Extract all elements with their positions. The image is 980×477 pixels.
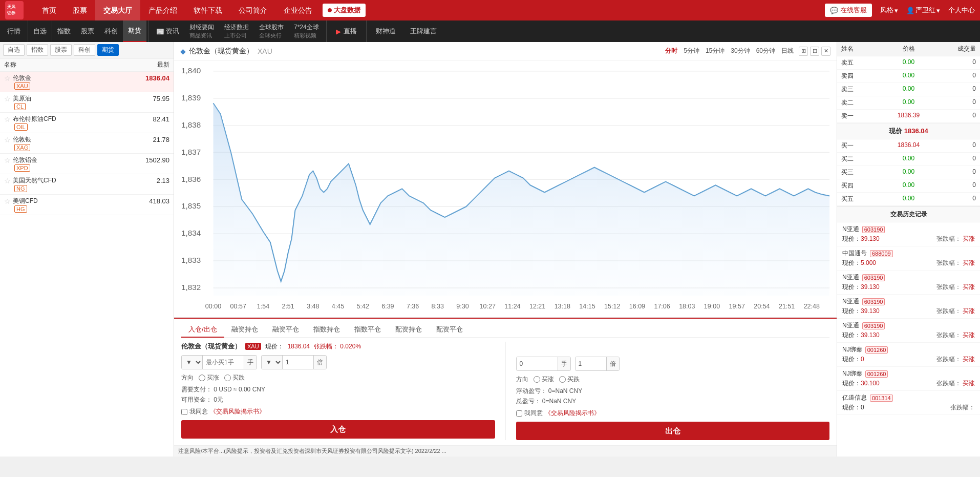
exit-button[interactable]: 出仓	[516, 422, 830, 440]
sidebar-item-oil[interactable]: ☆ 布伦特原油CFD 82.41 OIL	[0, 113, 174, 133]
user-button[interactable]: 👤 严卫红 ▾	[906, 6, 940, 15]
item-name-oil: 布伦特原油CFD	[13, 115, 56, 123]
history-item-1[interactable]: 中国通号 688009 现价：5.000 张跌幅： 买涨	[837, 246, 980, 271]
multiplier-input-right[interactable]	[576, 357, 606, 371]
tab-live[interactable]: ▶ 直播	[329, 20, 364, 42]
qty-select-left[interactable]: ▼	[182, 355, 203, 369]
tab-global-724[interactable]: 7*24全球 精彩视频	[289, 20, 324, 42]
tab-finance-news[interactable]: 财经要闻 商品资讯	[184, 20, 219, 42]
tab-quotes[interactable]: 行情	[0, 20, 28, 42]
qty-input-right[interactable]	[517, 357, 558, 371]
ob-sell5-price: 0.00	[886, 58, 931, 67]
bottom-tab-index-close[interactable]: 指数平仓	[347, 323, 388, 337]
history-section: 交易历史记录 N亚通 603190 现价：39.130 张跌幅： 买涨 中国通	[837, 206, 980, 415]
sidebar-item-ng[interactable]: ☆ 美国天然气CFD 2.13 NG	[0, 174, 174, 195]
tab-global-stocks[interactable]: 全球股市 全球央行	[254, 20, 289, 42]
tab-news[interactable]: 📰 资讯	[151, 20, 184, 42]
buy-radio-left[interactable]: 买涨	[199, 374, 219, 382]
nav-item-home[interactable]: 首页	[34, 0, 65, 20]
svg-text:22:48: 22:48	[804, 303, 820, 310]
available-label-left: 可用资金：	[181, 396, 212, 403]
multiplier-input-left[interactable]	[283, 355, 313, 369]
tab-watchlist[interactable]: 自选	[28, 20, 52, 42]
agree-link-right[interactable]: 《交易风险揭示书》	[545, 409, 600, 418]
agree-checkbox-left[interactable]	[181, 409, 187, 415]
multiplier-select-left[interactable]: ▼	[262, 355, 283, 369]
logo[interactable]: 天风 证券	[5, 1, 24, 19]
nav-item-products[interactable]: 产品介绍	[140, 0, 185, 20]
item-price-cl: 75.95	[153, 95, 169, 102]
history-item-4[interactable]: N亚通 603190 现价：39.130 张跌幅： 买涨	[837, 319, 980, 343]
tab-futures[interactable]: 期货	[123, 20, 146, 42]
chart-tab-daily[interactable]: 日线	[781, 47, 794, 55]
chart-tab-30min[interactable]: 30分钟	[731, 47, 750, 55]
tab-index[interactable]: 指数	[52, 20, 76, 42]
bottom-tab-alloc-close[interactable]: 配资平仓	[429, 323, 470, 337]
total-pnl-right: 总盈亏： 0=NaN CNY	[516, 397, 830, 406]
nav-item-company[interactable]: 公司简介	[230, 0, 275, 20]
h2-change: 张跌幅： 买涨	[936, 283, 975, 292]
ob-buy1-price: 1836.04	[886, 141, 931, 150]
ob-col-name: 姓名	[837, 42, 885, 56]
sidebar-own-btn[interactable]: 自选	[3, 44, 25, 56]
account-button[interactable]: 个人中心	[948, 6, 975, 15]
sidebar-item-xpd[interactable]: ☆ 伦敦铝金 1502.90 XPD	[0, 154, 174, 174]
history-item-5[interactable]: NJ绑秦 001260 现价：0 张跌幅： 买涨	[837, 343, 980, 367]
history-item-3[interactable]: N亚通 603190 现价：39.130 张跌幅： 买涨	[837, 295, 980, 319]
ticker-bar: 注意风险/本平台...(风险提示，投资者及汇兑投资者深圳市天风证券投资有限公司风…	[174, 445, 837, 457]
nav-item-trading[interactable]: 交易大厅	[95, 0, 140, 20]
sidebar-item-xag[interactable]: ☆ 伦敦银 21.78 XAG	[0, 133, 174, 154]
badge-button[interactable]: 大盘数据	[323, 4, 366, 17]
sell-radio-right[interactable]: 买跌	[559, 375, 580, 384]
svg-text:1,834: 1,834	[181, 229, 201, 237]
nav-item-stocks[interactable]: 股票	[65, 0, 95, 20]
tab-724-top: 7*24全球	[294, 24, 319, 32]
sidebar-index-btn[interactable]: 指数	[27, 44, 48, 56]
chart-tab-60min[interactable]: 60分钟	[756, 47, 775, 55]
sidebar-item-cl[interactable]: ☆ 美原油 75.95 CL	[0, 92, 174, 113]
style-button[interactable]: 风格 ▾	[880, 6, 898, 15]
expand-icon[interactable]: ⊞	[799, 47, 808, 56]
bottom-tab-margin-hold[interactable]: 融资持仓	[224, 323, 265, 337]
tab-star-market[interactable]: 科创	[99, 20, 123, 42]
nav-item-software[interactable]: 软件下载	[185, 0, 230, 20]
nav-item-notice[interactable]: 企业公告	[275, 0, 321, 20]
history-item-0[interactable]: N亚通 603190 现价：39.130 张跌幅： 买涨	[837, 222, 980, 246]
bottom-tab-margin-close[interactable]: 融资平仓	[265, 323, 306, 337]
chart-tab-fenshi[interactable]: 分时	[665, 47, 677, 55]
agree-checkbox-right[interactable]	[516, 410, 522, 417]
direction-row-left: 方向 买涨 买跌	[181, 374, 495, 382]
tab-econ-top: 经济数据	[224, 24, 249, 32]
close-chart-icon[interactable]: ✕	[821, 47, 830, 56]
agree-link-left[interactable]: 《交易风险揭示书》	[210, 407, 265, 416]
sidebar-star-btn[interactable]: 科创	[74, 44, 95, 56]
qty-input-left[interactable]	[203, 355, 244, 369]
sidebar-futures-btn[interactable]: 期货	[97, 44, 119, 56]
svg-text:4:45: 4:45	[332, 303, 344, 310]
history-item-2[interactable]: N亚通 603190 现价：39.130 张跌幅： 买涨	[837, 271, 980, 295]
sidebar-stocks-btn[interactable]: 股票	[50, 44, 72, 56]
sidebar-item-xau[interactable]: ☆ 伦敦金 1836.04 XAU	[0, 72, 174, 92]
chart-tab-5min[interactable]: 5分钟	[684, 47, 699, 55]
online-service-button[interactable]: 💬 在线客服	[825, 4, 872, 17]
tab-stocks[interactable]: 股票	[76, 20, 99, 42]
chart-tab-15min[interactable]: 15分钟	[706, 47, 725, 55]
shrink-icon[interactable]: ⊟	[810, 47, 819, 56]
chart-container: 1,840 1,839 1,838 1,837 1,836 1,835 1,83…	[174, 60, 837, 317]
history-item-6[interactable]: NJ绑秦 001260 现价：30.100 张跌幅： 买涨	[837, 367, 980, 391]
bottom-tab-alloc-hold[interactable]: 配资持仓	[388, 323, 429, 337]
tab-fortune[interactable]: 财神道	[369, 20, 403, 42]
item-code-oil: OIL	[14, 123, 28, 131]
buy-radio-right[interactable]: 买涨	[534, 375, 554, 384]
sell-radio-left[interactable]: 买跌	[224, 374, 245, 382]
bottom-tab-index-hold[interactable]: 指数持仓	[306, 323, 347, 337]
col-price-header: 最新	[129, 60, 169, 69]
entry-button[interactable]: 入仓	[181, 420, 495, 439]
tab-ace-advice[interactable]: 王牌建言	[403, 20, 444, 42]
bottom-tab-entry-exit[interactable]: 入仓/出仓	[181, 323, 224, 338]
sidebar-item-hg[interactable]: ☆ 美铜CFD 418.03 HG	[0, 195, 174, 215]
h0-name: N亚通	[842, 225, 859, 234]
history-item-7[interactable]: 亿道信息 001314 现价：0 张跌幅：	[837, 391, 980, 415]
tab-econ-data[interactable]: 经济数据 上市公司	[219, 20, 254, 42]
sell-label-right: 买跌	[567, 375, 580, 384]
